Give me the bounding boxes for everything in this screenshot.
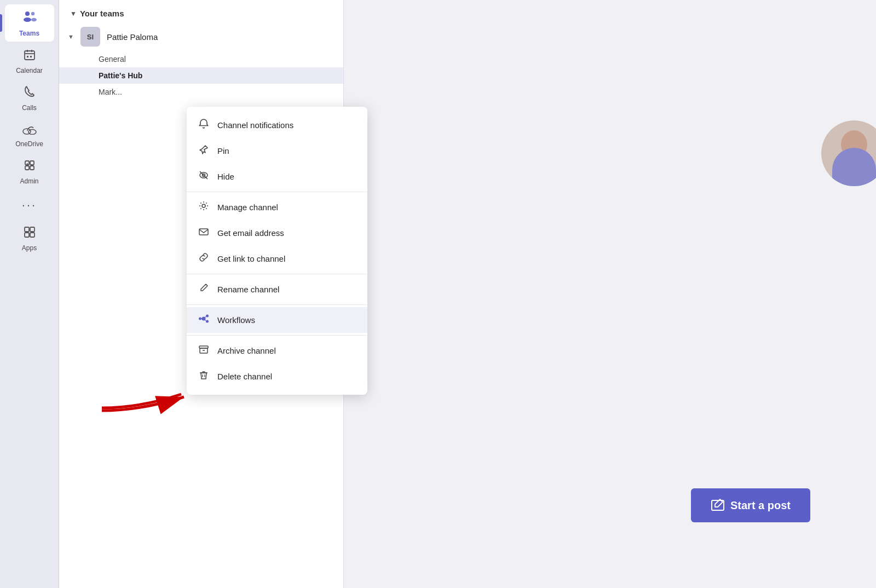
menu-section-1: Channel notifications Pin	[187, 110, 367, 192]
svg-point-27	[199, 318, 201, 320]
email-label: Get email address	[217, 228, 284, 238]
teams-icon	[22, 9, 37, 27]
svg-rect-14	[30, 161, 34, 165]
archive-icon	[198, 344, 210, 358]
menu-item-workflows[interactable]: Workflows	[187, 307, 367, 333]
menu-item-notifications[interactable]: Channel notifications	[187, 112, 367, 138]
sidebar-item-admin[interactable]: A Admin	[5, 154, 54, 189]
sidebar-wrapper-teams: Teams	[0, 4, 59, 42]
gear-icon	[198, 200, 210, 214]
menu-section-5: Archive channel Delete channel	[187, 336, 367, 391]
more-icon: ···	[22, 198, 37, 212]
trash-icon	[198, 370, 210, 383]
menu-item-rename[interactable]: Rename channel	[187, 276, 367, 302]
menu-item-link[interactable]: Get link to channel	[187, 246, 367, 272]
svg-point-29	[206, 320, 209, 323]
svg-rect-8	[27, 56, 28, 57]
delete-label: Delete channel	[217, 372, 272, 381]
link-label: Get link to channel	[217, 254, 285, 263]
apps-icon	[23, 226, 36, 242]
sidebar-admin-label: Admin	[20, 177, 38, 185]
teams-panel: ▼ Your teams ▼ SI Pattie Paloma General …	[59, 0, 344, 588]
sidebar-item-calendar[interactable]: Calendar	[5, 44, 54, 79]
onedrive-icon	[22, 123, 37, 138]
notifications-label: Channel notifications	[217, 120, 293, 130]
svg-point-28	[206, 315, 209, 318]
svg-rect-4	[25, 51, 34, 60]
team-avatar: SI	[80, 27, 100, 47]
sidebar-calls-label: Calls	[22, 104, 37, 112]
start-post-icon	[711, 498, 725, 512]
sidebar-apps-label: Apps	[22, 244, 37, 252]
main-content: Start a post	[344, 0, 876, 588]
menu-section-3: Rename channel	[187, 274, 367, 305]
svg-rect-25	[199, 229, 208, 235]
menu-section-4: Workflows	[187, 305, 367, 336]
teams-section-chevron: ▼	[70, 10, 77, 18]
svg-point-3	[31, 18, 37, 21]
admin-icon: A	[23, 159, 36, 175]
sidebar-item-onedrive[interactable]: OneDrive	[5, 118, 54, 152]
avatar	[821, 120, 876, 186]
context-menu: Channel notifications Pin	[187, 107, 367, 395]
menu-item-hide[interactable]: Hide	[187, 164, 367, 189]
manage-label: Manage channel	[217, 203, 278, 212]
link-icon	[198, 252, 210, 266]
svg-rect-17	[25, 227, 29, 232]
pin-icon	[198, 144, 210, 158]
svg-point-0	[25, 11, 30, 16]
active-indicator	[0, 14, 2, 32]
menu-item-delete[interactable]: Delete channel	[187, 364, 367, 389]
hide-label: Hide	[217, 172, 234, 181]
workflows-label: Workflows	[217, 315, 255, 325]
svg-rect-19	[25, 233, 29, 237]
your-teams-header: ▼ Your teams	[59, 0, 343, 22]
menu-item-email[interactable]: Get email address	[187, 220, 367, 246]
svg-point-11	[28, 130, 36, 135]
hide-icon	[198, 170, 210, 183]
calls-icon	[23, 85, 36, 102]
team-row-pattie[interactable]: ▼ SI Pattie Paloma	[59, 22, 343, 51]
rename-icon	[198, 283, 210, 296]
svg-point-1	[31, 12, 34, 15]
sidebar-calendar-label: Calendar	[16, 67, 43, 74]
start-post-button[interactable]: Start a post	[691, 488, 810, 522]
sidebar-item-calls[interactable]: Calls	[5, 81, 54, 116]
channel-list: General Pattie's Hub Mark...	[59, 51, 343, 100]
sidebar-onedrive-label: OneDrive	[15, 140, 43, 148]
workflows-icon	[198, 313, 210, 327]
svg-rect-18	[30, 227, 34, 232]
team-expand-chevron: ▼	[68, 33, 74, 40]
sidebar-item-apps[interactable]: Apps	[5, 221, 54, 256]
sidebar-item-teams[interactable]: Teams	[5, 4, 54, 42]
menu-item-manage[interactable]: Manage channel	[187, 194, 367, 220]
calendar-icon	[23, 48, 36, 65]
avatar-body	[832, 148, 876, 186]
svg-rect-16	[30, 166, 34, 170]
rename-label: Rename channel	[217, 285, 279, 294]
sidebar: Teams Calendar Calls	[0, 0, 59, 588]
start-post-label: Start a post	[730, 499, 791, 512]
your-teams-label: Your teams	[80, 9, 124, 18]
channel-item-mark[interactable]: Mark...	[59, 84, 343, 100]
sidebar-teams-label: Teams	[19, 30, 39, 37]
channel-item-general[interactable]: General	[59, 51, 343, 67]
archive-label: Archive channel	[217, 346, 276, 355]
svg-point-2	[24, 18, 31, 22]
svg-point-24	[202, 204, 205, 207]
pin-label: Pin	[217, 146, 229, 155]
bell-icon	[198, 118, 210, 132]
menu-section-2: Manage channel Get email address	[187, 192, 367, 274]
team-name: Pattie Paloma	[107, 32, 158, 42]
menu-item-pin[interactable]: Pin	[187, 138, 367, 164]
channel-item-patties-hub[interactable]: Pattie's Hub	[59, 67, 343, 84]
menu-item-archive[interactable]: Archive channel	[187, 338, 367, 364]
svg-rect-20	[30, 233, 34, 237]
email-icon	[198, 226, 210, 240]
svg-rect-9	[30, 56, 32, 57]
sidebar-more[interactable]: ···	[5, 194, 54, 217]
